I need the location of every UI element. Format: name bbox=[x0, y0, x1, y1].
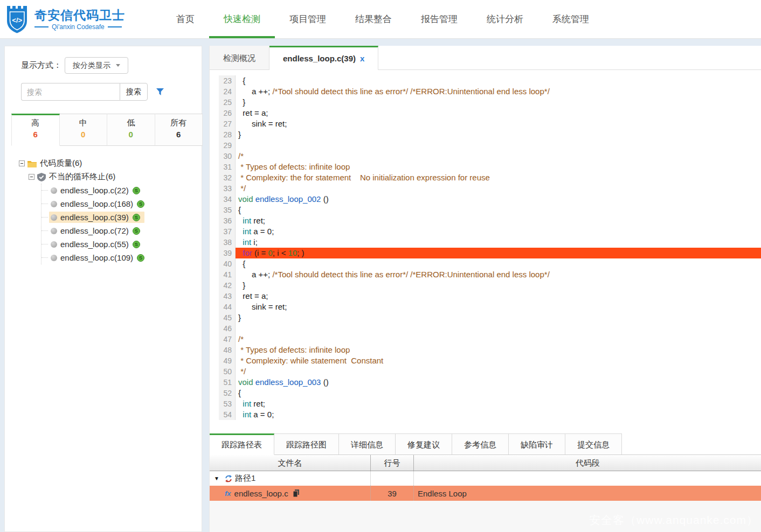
code-text[interactable]: * Types of defects: infinite loop bbox=[236, 162, 761, 172]
nav-item-2[interactable]: 项目管理 bbox=[275, 0, 341, 38]
path-group-row[interactable]: ▼ 路径1 bbox=[210, 471, 761, 486]
trace-tab-4[interactable]: 参考信息 bbox=[452, 433, 509, 454]
code-text[interactable]: int ret; bbox=[236, 398, 761, 409]
nav-item-0[interactable]: 首页 bbox=[162, 0, 209, 38]
code-text[interactable]: ret = a; bbox=[236, 108, 761, 118]
trace-tab-3[interactable]: 修复建议 bbox=[396, 433, 452, 454]
nav-item-4[interactable]: 报告管理 bbox=[406, 0, 472, 38]
code-text[interactable]: { bbox=[236, 75, 761, 86]
code-token: (i = bbox=[252, 248, 268, 257]
code-text[interactable]: void endless_loop_002 () bbox=[236, 194, 761, 205]
code-text[interactable] bbox=[236, 140, 761, 151]
severity-s-badge: S bbox=[133, 241, 140, 248]
gutter-pad bbox=[210, 151, 219, 162]
search-input[interactable] bbox=[21, 83, 120, 101]
severity-tab-0[interactable]: 高6 bbox=[11, 114, 60, 146]
code-line: 24 a ++; /*Tool should detect this line … bbox=[210, 86, 761, 97]
code-text[interactable]: /* bbox=[236, 334, 761, 345]
line-number: 34 bbox=[219, 194, 236, 205]
code-token: * Complexity: while statement Constant bbox=[238, 356, 383, 365]
code-text[interactable]: } bbox=[236, 129, 761, 140]
severity-tab-3[interactable]: 所有6 bbox=[155, 114, 203, 146]
code-text[interactable]: { bbox=[236, 205, 761, 215]
highlighted-code-line[interactable]: for (i = 0; i < 10; ) bbox=[236, 248, 761, 258]
code-text[interactable]: /* bbox=[236, 151, 761, 162]
code-token: */ bbox=[238, 184, 246, 193]
nav-item-1[interactable]: 快速检测 bbox=[209, 0, 275, 38]
line-number: 35 bbox=[219, 205, 236, 215]
code-line: 46 bbox=[210, 323, 761, 334]
code-text[interactable]: sink = ret; bbox=[236, 302, 761, 312]
code-line: 34void endless_loop_002 () bbox=[210, 194, 761, 205]
main-panel: 检测概况 endless_loop.c(39)x 23 {24 a ++; /*… bbox=[209, 46, 761, 532]
gutter-pad bbox=[210, 312, 219, 323]
tree-node-defect-type[interactable]: 不当的循环终止(6) bbox=[29, 170, 202, 184]
display-mode-select[interactable]: 按分类显示 bbox=[65, 57, 128, 74]
trace-tab-1[interactable]: 跟踪路径图 bbox=[274, 433, 339, 454]
code-text[interactable]: int ret; bbox=[236, 215, 761, 226]
code-text[interactable] bbox=[236, 323, 761, 334]
code-text[interactable]: int a = 0; bbox=[236, 409, 761, 420]
trace-tab-6[interactable]: 提交信息 bbox=[565, 433, 622, 454]
code-text[interactable]: * Complexity: the for statement No initi… bbox=[236, 172, 761, 183]
code-text[interactable]: * Complexity: while statement Constant bbox=[236, 355, 761, 366]
code-text[interactable]: a ++; /*Tool should detect this line as … bbox=[236, 269, 761, 280]
code-text[interactable]: sink = ret; bbox=[236, 118, 761, 129]
code-text[interactable]: { bbox=[236, 258, 761, 269]
collapse-toggle-icon[interactable] bbox=[29, 174, 34, 180]
tree-node-category[interactable]: 代码质量(6) bbox=[19, 157, 202, 170]
line-number: 29 bbox=[219, 140, 236, 151]
code-token: a ++; bbox=[238, 87, 272, 96]
code-text[interactable]: a ++; /*Tool should detect this line as … bbox=[236, 86, 761, 97]
severity-tab-2[interactable]: 低0 bbox=[107, 114, 155, 146]
tree-leaf-item[interactable]: endless_loop.c(39)S bbox=[41, 211, 202, 224]
nav-item-6[interactable]: 系统管理 bbox=[538, 0, 604, 38]
search-button[interactable]: 搜索 bbox=[120, 83, 148, 101]
tab-endless-loop-file[interactable]: endless_loop.c(39)x bbox=[269, 46, 378, 70]
expand-triangle-icon[interactable]: ▼ bbox=[214, 475, 219, 481]
close-tab-icon[interactable]: x bbox=[360, 54, 364, 63]
code-text[interactable]: int a = 0; bbox=[236, 226, 761, 237]
code-text[interactable]: int i; bbox=[236, 237, 761, 248]
severity-s-badge: S bbox=[133, 214, 140, 221]
tree-leaf-item[interactable]: endless_loop.c(55)S bbox=[41, 237, 202, 251]
code-token: ret; bbox=[251, 399, 265, 408]
code-text[interactable]: */ bbox=[236, 366, 761, 377]
nav-item-3[interactable]: 结果整合 bbox=[341, 0, 406, 38]
code-text[interactable]: void endless_loop_003 () bbox=[236, 377, 761, 388]
trace-line-number: 39 bbox=[371, 486, 414, 501]
code-text[interactable]: * Types of defects: infinite loop bbox=[236, 345, 761, 355]
code-token: sink = ret; bbox=[238, 119, 287, 128]
tree-leaf-label: endless_loop.c(55) bbox=[60, 240, 129, 249]
code-text[interactable]: } bbox=[236, 97, 761, 108]
tree-leaf-item[interactable]: endless_loop.c(109)S bbox=[41, 251, 202, 264]
bullet-icon bbox=[51, 241, 57, 248]
filter-icon[interactable] bbox=[156, 88, 164, 96]
code-text[interactable]: } bbox=[236, 280, 761, 291]
gutter-pad bbox=[210, 258, 219, 269]
collapse-toggle-icon[interactable] bbox=[19, 160, 25, 166]
tree-leaf-item[interactable]: endless_loop.c(22)S bbox=[41, 184, 202, 197]
code-token: ret; bbox=[251, 216, 265, 225]
copy-document-icon[interactable] bbox=[293, 489, 300, 497]
nav-item-5[interactable]: 统计分析 bbox=[472, 0, 538, 38]
code-text[interactable]: { bbox=[236, 388, 761, 398]
app-subtitle: Qi'anxin Codesafe bbox=[34, 23, 125, 31]
tree-leaf-item[interactable]: endless_loop.c(72)S bbox=[41, 224, 202, 237]
trace-tab-0[interactable]: 跟踪路径表 bbox=[210, 433, 274, 455]
severity-tab-1[interactable]: 中0 bbox=[60, 114, 108, 146]
code-text[interactable]: } bbox=[236, 312, 761, 323]
trace-tabs: 跟踪路径表跟踪路径图详细信息修复建议参考信息缺陷审计提交信息 bbox=[210, 433, 761, 455]
code-line: 50 */ bbox=[210, 366, 761, 377]
tree-leaf-item[interactable]: endless_loop.c(168)S bbox=[41, 197, 202, 211]
trace-panel: 跟踪路径表跟踪路径图详细信息修复建议参考信息缺陷审计提交信息 文件名 行号 代码… bbox=[210, 433, 761, 532]
trace-tab-2[interactable]: 详细信息 bbox=[339, 433, 396, 454]
trace-tab-5[interactable]: 缺陷审计 bbox=[509, 433, 565, 454]
code-token: } bbox=[238, 313, 241, 322]
trace-row[interactable]: fx endless_loop.c 39 Endless Loop bbox=[210, 486, 761, 501]
code-text[interactable]: ret = a; bbox=[236, 291, 761, 302]
code-text[interactable]: */ bbox=[236, 183, 761, 194]
tab-detection-overview[interactable]: 检测概况 bbox=[210, 46, 269, 69]
bullet-icon bbox=[51, 228, 57, 234]
tree-leaf-inner: endless_loop.c(55)S bbox=[49, 239, 144, 250]
